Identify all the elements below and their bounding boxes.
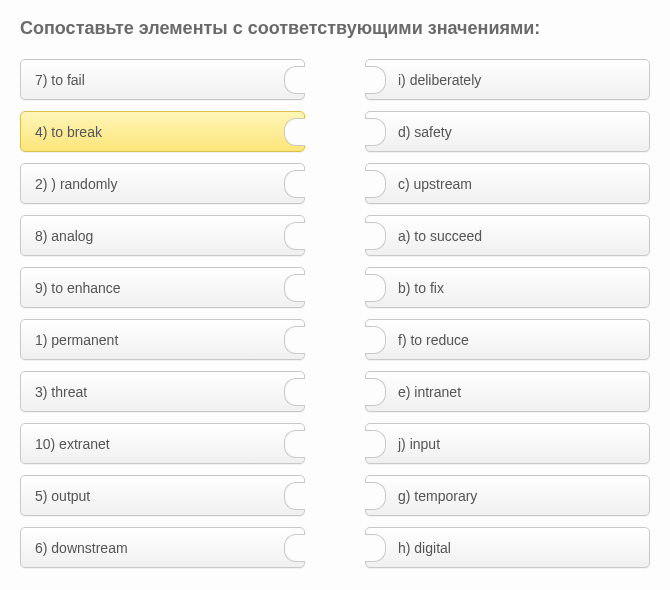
left-piece-label: 2) ) randomly (35, 176, 117, 192)
right-piece[interactable]: h) digital (365, 527, 650, 568)
right-piece-label: d) safety (398, 124, 452, 140)
left-piece-label: 4) to break (35, 124, 102, 140)
right-piece[interactable]: i) deliberately (365, 59, 650, 100)
left-piece-label: 3) threat (35, 384, 87, 400)
left-piece-label: 8) analog (35, 228, 93, 244)
left-piece[interactable]: 8) analog (20, 215, 305, 256)
right-piece-label: e) intranet (398, 384, 461, 400)
right-piece-label: f) to reduce (398, 332, 469, 348)
right-piece-label: c) upstream (398, 176, 472, 192)
right-piece[interactable]: j) input (365, 423, 650, 464)
left-piece[interactable]: 2) ) randomly (20, 163, 305, 204)
left-piece[interactable]: 7) to fail (20, 59, 305, 100)
right-piece-label: j) input (398, 436, 440, 452)
right-column: i) deliberatelyd) safetyc) upstreama) to… (365, 59, 650, 568)
right-piece[interactable]: d) safety (365, 111, 650, 152)
left-column: 7) to fail4) to break2) ) randomly8) ana… (20, 59, 305, 568)
right-piece[interactable]: g) temporary (365, 475, 650, 516)
left-piece-label: 6) downstream (35, 540, 128, 556)
right-piece-label: b) to fix (398, 280, 444, 296)
left-piece-label: 5) output (35, 488, 90, 504)
right-piece-label: h) digital (398, 540, 451, 556)
instruction-title: Сопоставьте элементы с соответствующими … (20, 18, 650, 39)
matching-columns: 7) to fail4) to break2) ) randomly8) ana… (20, 59, 650, 568)
left-piece[interactable]: 10) extranet (20, 423, 305, 464)
left-piece-label: 9) to enhance (35, 280, 121, 296)
left-piece[interactable]: 1) permanent (20, 319, 305, 360)
left-piece[interactable]: 3) threat (20, 371, 305, 412)
right-piece[interactable]: a) to succeed (365, 215, 650, 256)
left-piece[interactable]: 9) to enhance (20, 267, 305, 308)
right-piece[interactable]: f) to reduce (365, 319, 650, 360)
right-piece[interactable]: e) intranet (365, 371, 650, 412)
left-piece-label: 7) to fail (35, 72, 85, 88)
right-piece-label: i) deliberately (398, 72, 481, 88)
right-piece-label: g) temporary (398, 488, 477, 504)
right-piece-label: a) to succeed (398, 228, 482, 244)
left-piece-label: 1) permanent (35, 332, 118, 348)
left-piece[interactable]: 4) to break (20, 111, 305, 152)
right-piece[interactable]: b) to fix (365, 267, 650, 308)
left-piece[interactable]: 6) downstream (20, 527, 305, 568)
left-piece[interactable]: 5) output (20, 475, 305, 516)
left-piece-label: 10) extranet (35, 436, 110, 452)
right-piece[interactable]: c) upstream (365, 163, 650, 204)
